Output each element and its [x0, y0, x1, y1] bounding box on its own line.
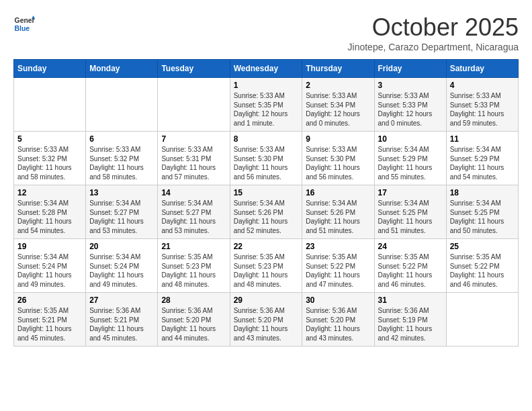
cell-content: Sunrise: 5:33 AM Sunset: 5:33 PM Dayligh… [450, 91, 515, 128]
cell-content: Sunrise: 5:36 AM Sunset: 5:19 PM Dayligh… [378, 306, 443, 342]
cell-content: Sunrise: 5:34 AM Sunset: 5:26 PM Dayligh… [306, 199, 370, 235]
col-header-friday: Friday [374, 60, 446, 78]
col-header-tuesday: Tuesday [158, 60, 230, 78]
day-number: 11 [450, 134, 515, 144]
svg-text:General: General [15, 17, 35, 24]
day-number: 23 [306, 242, 370, 251]
cell-content: Sunrise: 5:36 AM Sunset: 5:20 PM Dayligh… [306, 306, 370, 342]
calendar-cell: 8Sunrise: 5:33 AM Sunset: 5:30 PM Daylig… [230, 132, 302, 185]
day-number: 2 [306, 81, 370, 90]
cell-content: Sunrise: 5:36 AM Sunset: 5:20 PM Dayligh… [234, 306, 299, 342]
calendar-cell: 28Sunrise: 5:36 AM Sunset: 5:20 PM Dayli… [158, 293, 230, 347]
calendar-table: SundayMondayTuesdayWednesdayThursdayFrid… [13, 59, 519, 347]
cell-content: Sunrise: 5:35 AM Sunset: 5:22 PM Dayligh… [306, 253, 370, 289]
cell-content: Sunrise: 5:35 AM Sunset: 5:23 PM Dayligh… [234, 253, 299, 289]
day-number: 29 [234, 295, 299, 305]
cell-content: Sunrise: 5:33 AM Sunset: 5:30 PM Dayligh… [234, 145, 299, 181]
day-number: 5 [17, 134, 82, 144]
calendar-cell: 13Sunrise: 5:34 AM Sunset: 5:27 PM Dayli… [86, 185, 158, 239]
day-number: 17 [378, 188, 443, 197]
calendar-cell: 6Sunrise: 5:33 AM Sunset: 5:32 PM Daylig… [86, 132, 158, 185]
day-number: 26 [17, 295, 82, 305]
cell-content: Sunrise: 5:34 AM Sunset: 5:26 PM Dayligh… [234, 199, 299, 235]
day-number: 19 [17, 242, 82, 251]
day-number: 18 [450, 188, 515, 197]
day-number: 9 [306, 134, 370, 144]
location-subtitle: Jinotepe, Carazo Department, Nicaragua [348, 42, 519, 52]
calendar-cell [14, 78, 86, 132]
cell-content: Sunrise: 5:33 AM Sunset: 5:32 PM Dayligh… [89, 145, 154, 181]
cell-content: Sunrise: 5:34 AM Sunset: 5:28 PM Dayligh… [17, 199, 82, 235]
day-number: 24 [378, 242, 443, 251]
logo: General Blue [13, 13, 35, 35]
calendar-cell: 3Sunrise: 5:33 AM Sunset: 5:33 PM Daylig… [374, 78, 446, 132]
day-number: 27 [89, 295, 154, 305]
day-number: 31 [378, 295, 443, 305]
calendar-cell: 29Sunrise: 5:36 AM Sunset: 5:20 PM Dayli… [230, 293, 302, 347]
logo-icon: General Blue [13, 13, 35, 35]
calendar-cell: 23Sunrise: 5:35 AM Sunset: 5:22 PM Dayli… [302, 239, 374, 293]
calendar-cell: 27Sunrise: 5:36 AM Sunset: 5:21 PM Dayli… [86, 293, 158, 347]
calendar-cell: 5Sunrise: 5:33 AM Sunset: 5:32 PM Daylig… [14, 132, 86, 185]
cell-content: Sunrise: 5:35 AM Sunset: 5:22 PM Dayligh… [450, 253, 515, 289]
cell-content: Sunrise: 5:33 AM Sunset: 5:31 PM Dayligh… [161, 145, 226, 181]
day-number: 1 [234, 81, 299, 90]
day-number: 20 [89, 242, 154, 251]
day-number: 15 [234, 188, 299, 197]
calendar-cell: 31Sunrise: 5:36 AM Sunset: 5:19 PM Dayli… [374, 293, 446, 347]
calendar-cell: 12Sunrise: 5:34 AM Sunset: 5:28 PM Dayli… [14, 185, 86, 239]
calendar-cell: 22Sunrise: 5:35 AM Sunset: 5:23 PM Dayli… [230, 239, 302, 293]
cell-content: Sunrise: 5:33 AM Sunset: 5:35 PM Dayligh… [234, 91, 299, 128]
calendar-cell [158, 78, 230, 132]
calendar-cell: 9Sunrise: 5:33 AM Sunset: 5:30 PM Daylig… [302, 132, 374, 185]
day-number: 30 [306, 295, 370, 305]
svg-text:Blue: Blue [15, 25, 30, 32]
day-number: 6 [89, 134, 154, 144]
calendar-cell: 4Sunrise: 5:33 AM Sunset: 5:33 PM Daylig… [446, 78, 518, 132]
cell-content: Sunrise: 5:36 AM Sunset: 5:21 PM Dayligh… [89, 306, 154, 342]
col-header-wednesday: Wednesday [230, 60, 302, 78]
cell-content: Sunrise: 5:35 AM Sunset: 5:23 PM Dayligh… [161, 253, 226, 289]
cell-content: Sunrise: 5:34 AM Sunset: 5:27 PM Dayligh… [89, 199, 154, 235]
day-number: 8 [234, 134, 299, 144]
cell-content: Sunrise: 5:34 AM Sunset: 5:29 PM Dayligh… [450, 145, 515, 181]
calendar-cell: 1Sunrise: 5:33 AM Sunset: 5:35 PM Daylig… [230, 78, 302, 132]
day-number: 22 [234, 242, 299, 251]
day-number: 7 [161, 134, 226, 144]
calendar-cell: 11Sunrise: 5:34 AM Sunset: 5:29 PM Dayli… [446, 132, 518, 185]
day-number: 4 [450, 81, 515, 90]
cell-content: Sunrise: 5:34 AM Sunset: 5:27 PM Dayligh… [161, 199, 226, 235]
calendar-cell: 21Sunrise: 5:35 AM Sunset: 5:23 PM Dayli… [158, 239, 230, 293]
calendar-cell: 15Sunrise: 5:34 AM Sunset: 5:26 PM Dayli… [230, 185, 302, 239]
day-number: 10 [378, 134, 443, 144]
cell-content: Sunrise: 5:34 AM Sunset: 5:24 PM Dayligh… [89, 253, 154, 289]
month-title: October 2025 [348, 13, 519, 42]
col-header-sunday: Sunday [14, 60, 86, 78]
calendar-cell: 16Sunrise: 5:34 AM Sunset: 5:26 PM Dayli… [302, 185, 374, 239]
calendar-cell: 17Sunrise: 5:34 AM Sunset: 5:25 PM Dayli… [374, 185, 446, 239]
day-number: 3 [378, 81, 443, 90]
cell-content: Sunrise: 5:34 AM Sunset: 5:24 PM Dayligh… [17, 253, 82, 289]
calendar-cell: 2Sunrise: 5:33 AM Sunset: 5:34 PM Daylig… [302, 78, 374, 132]
day-number: 12 [17, 188, 82, 197]
title-block: October 2025 Jinotepe, Carazo Department… [348, 13, 519, 52]
cell-content: Sunrise: 5:34 AM Sunset: 5:29 PM Dayligh… [378, 145, 443, 181]
col-header-monday: Monday [86, 60, 158, 78]
calendar-cell: 30Sunrise: 5:36 AM Sunset: 5:20 PM Dayli… [302, 293, 374, 347]
day-number: 21 [161, 242, 226, 251]
day-number: 25 [450, 242, 515, 251]
day-number: 14 [161, 188, 226, 197]
calendar-cell: 7Sunrise: 5:33 AM Sunset: 5:31 PM Daylig… [158, 132, 230, 185]
cell-content: Sunrise: 5:33 AM Sunset: 5:34 PM Dayligh… [306, 91, 370, 128]
cell-content: Sunrise: 5:34 AM Sunset: 5:25 PM Dayligh… [378, 199, 443, 235]
calendar-cell: 18Sunrise: 5:34 AM Sunset: 5:25 PM Dayli… [446, 185, 518, 239]
col-header-saturday: Saturday [446, 60, 518, 78]
calendar-cell [446, 293, 518, 347]
calendar-cell: 25Sunrise: 5:35 AM Sunset: 5:22 PM Dayli… [446, 239, 518, 293]
calendar-cell: 14Sunrise: 5:34 AM Sunset: 5:27 PM Dayli… [158, 185, 230, 239]
page-header: General Blue October 2025 Jinotepe, Cara… [13, 13, 519, 52]
cell-content: Sunrise: 5:33 AM Sunset: 5:32 PM Dayligh… [17, 145, 82, 181]
calendar-cell [86, 78, 158, 132]
calendar-cell: 20Sunrise: 5:34 AM Sunset: 5:24 PM Dayli… [86, 239, 158, 293]
cell-content: Sunrise: 5:33 AM Sunset: 5:33 PM Dayligh… [378, 91, 443, 128]
